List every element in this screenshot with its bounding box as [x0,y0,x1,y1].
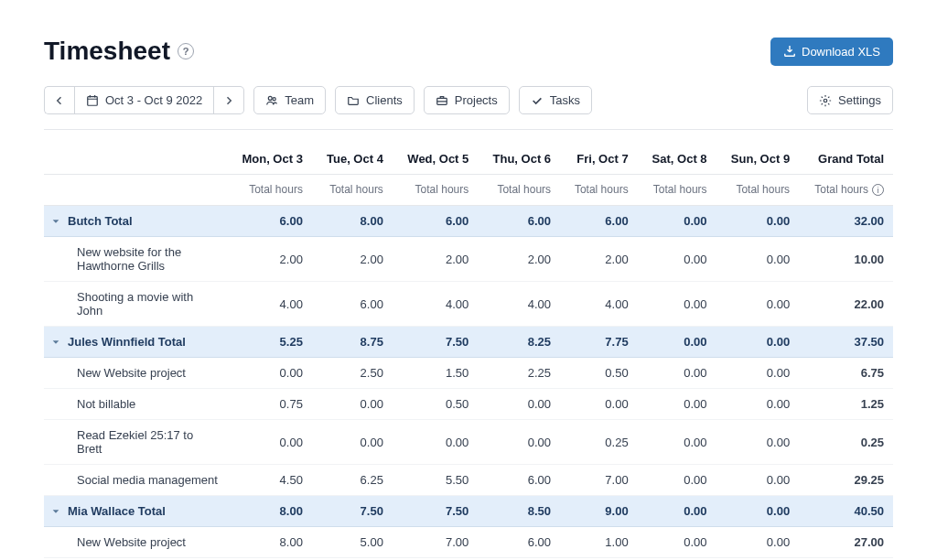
table-row: Shooting a movie with John4.006.004.004.… [44,282,893,327]
cell-value: 0.00 [638,465,716,496]
cell-value: 2.00 [393,237,478,282]
cell-value: 2.00 [478,237,560,282]
page-title: Timesheet [44,37,170,66]
table-row: New website for the Hawthorne Grills2.00… [44,237,893,282]
cell-value: 0.00 [638,358,716,389]
timesheet-table: Mon, Oct 3 Tue, Oct 4 Wed, Oct 5 Thu, Oc… [44,139,893,560]
cell-value: 7.50 [312,496,393,527]
date-range-button[interactable]: Oct 3 - Oct 9 2022 [74,86,214,114]
cell-value: 0.00 [638,206,716,237]
cell-value: 6.00 [478,206,560,237]
cell-value: 8.25 [478,327,560,358]
group-row[interactable]: Mia Wallace Total8.007.507.508.509.000.0… [44,496,893,527]
filter-clients-label: Clients [366,93,403,107]
cell-value: 37.50 [799,327,893,358]
help-icon[interactable]: ? [178,43,194,59]
prev-week-button[interactable] [44,86,74,114]
filter-clients-button[interactable]: Clients [335,86,415,114]
cell-value: 0.00 [716,527,800,558]
cell-value: 6.00 [478,527,560,558]
date-navigator: Oct 3 - Oct 9 2022 [44,86,244,114]
settings-label: Settings [838,93,881,107]
cell-value: 0.00 [560,389,638,420]
cell-value: 4.50 [227,465,312,496]
row-name: Social media management [44,465,227,496]
briefcase-icon [436,94,448,107]
check-icon [531,94,544,107]
chevron-down-icon [51,507,60,516]
col-thu: Thu, Oct 6 [478,139,560,175]
cell-value: 2.00 [560,237,638,282]
col-mon: Mon, Oct 3 [227,139,312,175]
table-header-days: Mon, Oct 3 Tue, Oct 4 Wed, Oct 5 Thu, Oc… [44,139,893,175]
cell-value: 27.00 [799,527,893,558]
cell-value: 0.00 [312,389,393,420]
next-week-button[interactable] [214,86,244,114]
cell-value: 0.00 [716,237,800,282]
download-icon [783,45,796,58]
cell-value: 0.00 [312,420,393,465]
filter-team-label: Team [285,93,314,107]
group-row[interactable]: Jules Winnfield Total5.258.757.508.257.7… [44,327,893,358]
cell-value: 6.00 [312,282,393,327]
cell-value: 29.25 [799,465,893,496]
cell-value: 0.00 [638,237,716,282]
col-sat: Sat, Oct 8 [638,139,716,175]
cell-value: 4.00 [393,282,478,327]
table-header-sub: Total hours Total hours Total hours Tota… [44,175,893,206]
cell-value: 0.00 [716,420,800,465]
cell-value: 0.50 [560,358,638,389]
cell-value: 5.50 [393,465,478,496]
row-name: Shooting a movie with John [44,282,227,327]
cell-value: 0.00 [638,420,716,465]
download-xls-button[interactable]: Download XLS [770,38,893,66]
cell-value: 8.00 [227,496,312,527]
cell-value: 0.50 [393,389,478,420]
cell-value: 2.00 [227,237,312,282]
cell-value: 0.00 [638,527,716,558]
row-name: Read Ezekiel 25:17 to Brett [44,420,227,465]
cell-value: 0.00 [638,282,716,327]
chevron-down-icon [51,338,60,347]
team-icon [265,94,278,107]
filter-tasks-label: Tasks [550,93,580,107]
group-name: Jules Winnfield Total [68,335,186,349]
col-fri: Fri, Oct 7 [560,139,638,175]
cell-value: 0.75 [227,389,312,420]
chevron-down-icon [51,217,60,226]
cell-value: 0.00 [638,496,716,527]
cell-value: 0.00 [716,327,800,358]
date-range-label: Oct 3 - Oct 9 2022 [105,93,202,107]
info-icon[interactable]: i [872,184,884,196]
cell-value: 2.25 [478,358,560,389]
cell-value: 7.50 [393,496,478,527]
cell-value: 4.00 [227,282,312,327]
cell-value: 1.25 [799,389,893,420]
cell-value: 9.00 [560,496,638,527]
settings-button[interactable]: Settings [807,86,893,114]
table-row: New Website project8.005.007.006.001.000… [44,527,893,558]
cell-value: 0.00 [478,389,560,420]
col-tue: Tue, Oct 4 [312,139,393,175]
cell-value: 0.00 [393,420,478,465]
group-name: Mia Wallace Total [68,504,166,518]
svg-point-1 [269,96,273,100]
cell-value: 0.00 [227,358,312,389]
filter-team-button[interactable]: Team [253,86,326,114]
cell-value: 0.00 [716,206,800,237]
cell-value: 2.50 [312,358,393,389]
group-row[interactable]: Butch Total6.008.006.006.006.000.000.003… [44,206,893,237]
cell-value: 22.00 [799,282,893,327]
cell-value: 0.00 [478,420,560,465]
table-row: New Website project0.002.501.502.250.500… [44,358,893,389]
filter-projects-button[interactable]: Projects [424,86,510,114]
cell-value: 7.75 [560,327,638,358]
cell-value: 6.75 [799,358,893,389]
filter-tasks-button[interactable]: Tasks [519,86,592,114]
col-sun: Sun, Oct 9 [716,139,800,175]
svg-point-2 [273,97,275,100]
cell-value: 40.50 [799,496,893,527]
cell-value: 0.25 [560,420,638,465]
cell-value: 0.00 [716,389,800,420]
cell-value: 6.00 [393,206,478,237]
